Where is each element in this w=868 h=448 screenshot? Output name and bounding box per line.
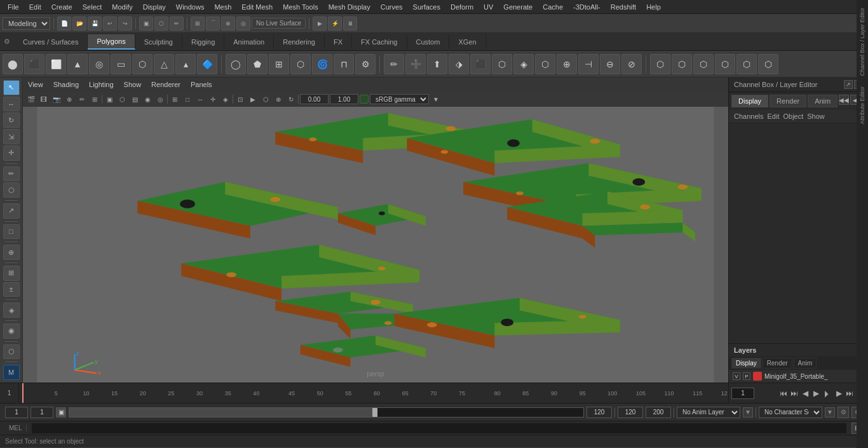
vp-wireframe-btn[interactable]: ▣ — [104, 93, 115, 105]
scroll-left-left[interactable]: ◀◀ — [839, 95, 849, 105]
rp-tab-anim[interactable]: Anim — [808, 95, 837, 107]
vp-gamma-arrow[interactable]: ▼ — [430, 93, 442, 105]
display-btn[interactable]: ◈ — [3, 302, 20, 318]
move-tool-btn[interactable]: ↔ — [3, 97, 20, 112]
shelf-helix-icon[interactable]: 🌀 — [312, 54, 332, 74]
menu-windows[interactable]: Windows — [171, 2, 210, 12]
render-mode-btn[interactable]: ⬡ — [3, 344, 20, 360]
vp-film-btn[interactable]: 🎞 — [38, 93, 50, 105]
menu-generate[interactable]: Generate — [498, 2, 538, 12]
menu-3dtoall[interactable]: -3DtoAll- — [568, 2, 606, 12]
shelf-uv-icon[interactable]: ⬡ — [650, 54, 670, 74]
vp-light-btn[interactable]: ◉ — [142, 93, 153, 105]
menu-edit[interactable]: Edit — [24, 2, 46, 12]
layers-tab-anim[interactable]: Anim — [794, 358, 817, 369]
shelf-platonic-icon[interactable]: ⬡ — [132, 54, 153, 74]
shelf-grid-icon[interactable]: ⊞ — [269, 54, 289, 74]
shelf-ring-icon[interactable]: ◯ — [226, 54, 246, 74]
open-scene-btn[interactable]: 📂 — [72, 17, 86, 31]
tab-animation[interactable]: Animation — [224, 35, 274, 49]
attribute-editor-side-tab[interactable]: Attribute Editor — [858, 81, 867, 130]
display-render-btn[interactable]: 🖥 — [343, 17, 357, 31]
menu-select[interactable]: Select — [78, 2, 107, 12]
shelf-uv3-icon[interactable]: ⬡ — [693, 54, 714, 74]
tab-fx[interactable]: FX — [325, 35, 352, 49]
shelf-connect-icon[interactable]: ➕ — [405, 54, 426, 74]
shelf-bool-icon[interactable]: ⬡ — [492, 54, 512, 74]
zoom-value-input[interactable] — [330, 94, 358, 104]
vp-ortho-btn[interactable]: □ — [182, 93, 193, 105]
scale-tool-btn[interactable]: ⇲ — [3, 129, 20, 144]
shelf-separate-icon[interactable]: ⬡ — [535, 54, 555, 74]
vp-pivot-btn[interactable]: ✛ — [207, 93, 219, 105]
viewport[interactable]: View Shading Lighting Show Renderer Pane… — [23, 78, 728, 383]
save-scene-btn[interactable]: 💾 — [88, 17, 102, 31]
layer-visibility-btn[interactable]: V — [733, 372, 740, 380]
camera-value-input[interactable] — [300, 94, 329, 104]
vp-manip-btn[interactable]: ↔ — [194, 93, 206, 105]
workspace-selector[interactable]: Modeling — [3, 17, 50, 30]
snap-btn[interactable]: ⊕ — [3, 245, 20, 260]
menu-mesh-display[interactable]: Mesh Display — [323, 2, 376, 12]
vp-isolate-btn[interactable]: ◈ — [220, 93, 231, 105]
tab-rigging[interactable]: Rigging — [182, 35, 224, 49]
current-frame-input[interactable] — [731, 388, 754, 399]
menu-surfaces[interactable]: Surfaces — [408, 2, 445, 12]
char-set-selector[interactable]: No Character Set — [759, 407, 822, 418]
redo-btn[interactable]: ↪ — [118, 17, 132, 31]
menu-mesh[interactable]: Mesh — [209, 2, 236, 12]
scene-canvas[interactable]: y x z persp — [23, 107, 728, 383]
select-tool-btn[interactable]: ▣ — [139, 17, 153, 31]
shelf-cube-icon[interactable]: ⬛ — [24, 54, 44, 74]
timeline-scrubber[interactable]: 5 10 15 20 25 30 35 40 45 50 55 60 65 70… — [19, 383, 728, 403]
char-set-arrow[interactable]: ▼ — [825, 407, 835, 417]
shelf-gear-mesh-icon[interactable]: ⚙ — [355, 54, 376, 74]
vp-xray-btn[interactable]: ⊡ — [234, 93, 246, 105]
menu-display[interactable]: Display — [138, 2, 171, 12]
render-btn[interactable]: ▶ — [313, 17, 327, 31]
rotate-tool-btn[interactable]: ↻ — [3, 112, 20, 128]
shelf-uv2-icon[interactable]: ⬡ — [672, 54, 692, 74]
shelf-platonic2-icon[interactable]: ⬡ — [290, 54, 311, 74]
maya-logo-btn[interactable]: M — [3, 365, 20, 380]
viewport-menu-show[interactable]: Show — [121, 79, 144, 90]
menu-create[interactable]: Create — [46, 2, 78, 12]
layer-color-swatch[interactable] — [753, 372, 762, 381]
shelf-remesh-icon[interactable]: ⊘ — [621, 54, 642, 74]
shelf-sphere-icon[interactable]: ⬤ — [3, 54, 23, 74]
viewport-menu-view[interactable]: View — [25, 79, 46, 90]
shelf-cylinder-icon[interactable]: ⬜ — [46, 54, 66, 74]
shelf-cone-icon[interactable]: ▲ — [67, 54, 88, 74]
tab-settings-gear-icon[interactable]: ⚙ — [0, 35, 14, 49]
shelf-special-icon[interactable]: 🔷 — [197, 54, 217, 74]
vp-aa-btn[interactable]: ⊕ — [273, 93, 284, 105]
tab-fx-caching[interactable]: FX Caching — [352, 35, 407, 49]
vp-select-btn[interactable]: ⊕ — [64, 93, 75, 105]
transport-play-forward[interactable]: ⏵ — [822, 388, 833, 398]
tab-custom[interactable]: Custom — [407, 35, 450, 49]
edit-menu[interactable]: Edit — [767, 112, 779, 120]
shelf-uv5-icon[interactable]: ⬡ — [736, 54, 757, 74]
transport-prev-frame[interactable]: ◀ — [800, 389, 810, 398]
vp-loop-btn[interactable]: ↻ — [285, 93, 297, 105]
vp-shadow-btn[interactable]: ◎ — [154, 93, 166, 105]
transport-prev-key[interactable]: ⏭ — [789, 389, 799, 398]
range-end-input[interactable] — [587, 407, 612, 418]
vp-viewport-2-btn[interactable]: ⬡ — [260, 93, 271, 105]
shelf-combine-icon[interactable]: ⊕ — [557, 54, 577, 74]
shelf-uv4-icon[interactable]: ⬡ — [715, 54, 735, 74]
total-end-input[interactable] — [646, 407, 671, 418]
shelf-prism-icon[interactable]: △ — [154, 54, 174, 74]
menu-mesh-tools[interactable]: Mesh Tools — [278, 2, 323, 12]
undo-btn[interactable]: ↩ — [103, 17, 117, 31]
char-set-settings[interactable]: ⚙ — [837, 407, 849, 418]
layers-tab-display[interactable]: Display — [731, 358, 761, 369]
menu-help[interactable]: Help — [641, 2, 666, 12]
custom-btn2[interactable]: ± — [3, 282, 20, 297]
shelf-mirror-icon[interactable]: ⊣ — [578, 54, 599, 74]
shelf-smooth-icon[interactable]: ◈ — [513, 54, 534, 74]
transport-next-key[interactable]: ⏭ — [844, 389, 855, 398]
snap-grid-btn[interactable]: ⊞ — [191, 17, 205, 31]
transform-btn[interactable]: ✛ — [3, 146, 20, 161]
component-btn[interactable]: ⬡ — [3, 182, 20, 198]
